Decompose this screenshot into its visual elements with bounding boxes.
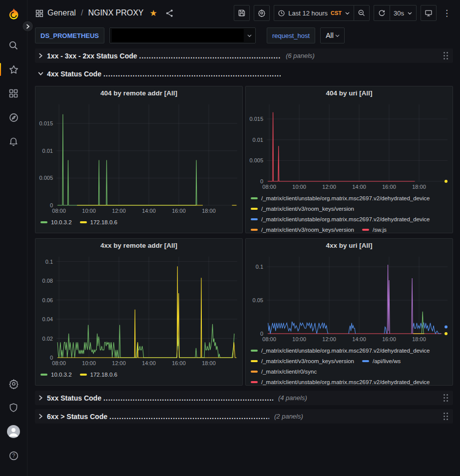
chart-canvas[interactable]: 08:0010:0012:0014:0016:0018:0000.0050.01… [246,99,453,192]
help-icon[interactable]: ? [3,447,23,464]
svg-text:12:00: 12:00 [322,336,336,342]
row-dots-leader: ........................................… [103,70,281,78]
legend-item[interactable]: /_matrix/client/v3/room_keys/version [251,356,354,366]
dashboard-settings-button[interactable] [254,5,270,21]
svg-text:14:00: 14:00 [352,336,366,342]
dashboards-icon[interactable] [3,85,23,102]
variable-value-ds-prometheus[interactable] [109,27,256,43]
legend-item[interactable]: /_matrix/client/unstable/org.matrix.msc2… [251,346,430,355]
starred-dashboards-icon[interactable] [3,61,23,78]
tv-mode-button[interactable] [421,5,437,21]
legend-series-label: /_matrix/client/v3/room_keys/version [261,206,354,212]
row-drag-handle[interactable] [442,411,450,422]
panel-4xx-by-uri: 4xx by uri [All] 08:0010:0012:0014:0016:… [245,238,453,386]
chart-canvas[interactable]: 08:0010:0012:0014:0016:0018:0000.050.1 [246,252,453,345]
legend-item[interactable]: /_matrix/client/r0/sync [251,367,317,376]
row-title: 6xx > Status Code [47,413,107,421]
redacted-value [112,29,244,42]
favorite-star-icon[interactable]: ★ [150,8,157,18]
svg-text:0.015: 0.015 [39,120,53,126]
panel-title[interactable]: 4xx by uri [All] [246,239,453,252]
more-menu-button[interactable]: ⋮ [441,8,453,18]
panel-404-by-remote-addr: 404 by remote addr [All] 08:0010:0012:00… [35,86,243,233]
svg-text:18:00: 18:00 [412,336,426,342]
chevron-down-icon [407,10,413,16]
legend-item[interactable]: /_matrix/client/unstable/org.matrix.msc2… [251,214,430,224]
row-dots-leader: ........................................… [139,52,281,60]
legend-series-color [251,218,258,220]
row-dots-leader: ........................................… [103,394,273,402]
legend-item[interactable]: 10.0.3.2 [40,370,72,379]
legend-item[interactable]: /_matrix/client/v3/room_keys/version [251,204,354,213]
legend-item[interactable]: /_matrix/client/unstable/org.matrix.msc2… [251,193,430,203]
svg-text:12:00: 12:00 [322,184,336,190]
svg-text:08:00: 08:00 [262,336,276,342]
legend-item[interactable]: 172.18.0.6 [80,217,117,227]
clock-icon [278,9,285,17]
row-title: 1xx - 3xx - 2xx Status Code [47,52,137,60]
breadcrumb-separator: / [81,8,83,17]
legend-series-label: 10.0.3.2 [51,219,72,225]
explore-compass-icon[interactable] [3,109,23,126]
chart-canvas[interactable]: 08:0010:0012:0014:0016:0018:0000.0050.01… [35,99,242,216]
chart-canvas[interactable]: 08:0010:0012:0014:0016:0018:0000.020.040… [35,252,242,369]
save-dashboard-button[interactable] [234,5,250,21]
user-avatar[interactable] [3,423,23,440]
variable-label-ds-prometheus[interactable]: DS_PROMETHEUS [35,27,104,43]
chevron-down-icon [38,71,43,76]
dashboard-header: General / NGINX PROXY ★ Last 12 hours CS… [35,0,453,26]
legend-item[interactable]: 172.18.0.6 [80,370,117,379]
refresh-button[interactable] [374,5,390,21]
panel-legend: 10.0.3.2172.18.0.6 [35,216,242,233]
breadcrumb-title[interactable]: NGINX PROXY [88,8,143,17]
legend-item[interactable]: /sw.js [362,225,387,233]
legend-series-color [251,208,258,210]
chevron-right-icon [38,414,43,419]
variable-label-request-host[interactable]: request_host [267,27,315,43]
server-admin-shield-icon[interactable] [3,399,23,416]
panel-legend: 10.0.3.2172.18.0.6 [35,369,242,385]
row-4xx[interactable]: 4xx Status Code ........................… [35,66,453,81]
panel-title[interactable]: 404 by remote addr [All] [35,86,242,99]
variable-value-request-host[interactable]: All [320,27,345,43]
time-range-picker[interactable]: Last 12 hours CST [274,5,354,21]
row-1xx-3xx-2xx[interactable]: 1xx - 3xx - 2xx Status Code ............… [35,48,453,63]
legend-series-label: /_matrix/client/unstable/org.matrix.msc2… [261,348,430,354]
svg-text:0.1: 0.1 [45,259,53,265]
svg-text:0: 0 [260,178,263,184]
grafana-logo[interactable] [3,6,23,23]
row-drag-handle[interactable] [442,392,450,404]
panel-title[interactable]: 404 by uri [All] [246,86,453,99]
legend-series-label: /_matrix/client/unstable/org.matrix.msc2… [261,379,430,385]
row-title: 5xx Status Code [47,394,101,402]
legend-series-label: /_matrix/client/r0/sync [261,369,317,375]
breadcrumb-root[interactable]: General [47,8,76,17]
svg-text:14:00: 14:00 [142,208,156,214]
svg-text:12:00: 12:00 [112,208,126,214]
row-drag-handle[interactable] [442,50,450,61]
svg-text:0.005: 0.005 [39,175,53,181]
chevron-right-icon [38,395,43,401]
legend-series-label: /sw.js [373,227,387,233]
svg-text:14:00: 14:00 [142,360,156,366]
chevron-down-icon [247,33,252,38]
search-icon[interactable] [3,37,23,54]
alerting-bell-icon[interactable] [3,133,23,150]
row-6xx[interactable]: 6xx > Status Code ......................… [35,409,453,424]
refresh-interval-select[interactable]: 30s [390,5,417,21]
legend-series-color [251,360,258,362]
legend-series-color [80,374,87,376]
legend-item[interactable]: /api/live/ws [362,356,401,366]
svg-text:0.02: 0.02 [42,336,53,342]
legend-series-label: 172.18.0.6 [90,372,117,378]
legend-item[interactable]: 10.0.3.2 [40,217,72,227]
row-5xx[interactable]: 5xx Status Code ........................… [35,391,453,405]
legend-item[interactable]: /_matrix/client/v3/room_keys/version [251,225,354,233]
share-icon[interactable] [165,9,174,17]
configuration-gear-icon[interactable] [3,375,23,392]
zoom-out-button[interactable] [354,5,370,21]
legend-item[interactable]: /_matrix/client/unstable/org.matrix.msc2… [251,377,430,385]
legend-series-label: /_matrix/client/v3/room_keys/version [261,358,354,364]
panel-title[interactable]: 4xx by remote addr [All] [35,239,242,252]
expand-sidebar-button[interactable] [22,20,33,32]
